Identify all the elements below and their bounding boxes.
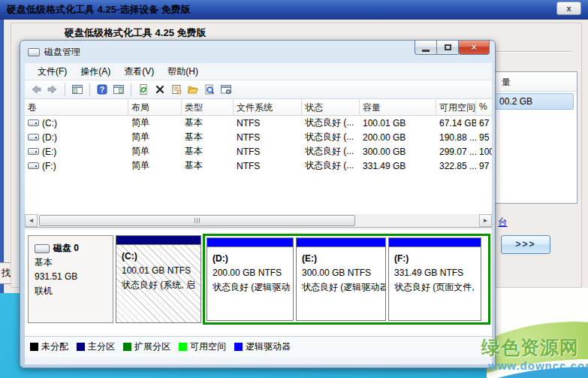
legend-item: 可用空间 [179, 340, 226, 353]
column-header-7[interactable]: % [476, 99, 492, 116]
help-topics-icon[interactable] [219, 83, 233, 96]
volume-cell: 基本 [182, 116, 234, 130]
toolbar-separator [131, 83, 131, 96]
partition-topbar [389, 238, 481, 247]
back-icon[interactable] [29, 83, 43, 96]
disk-name: 磁盘 0 [53, 241, 79, 256]
disk-icon [35, 244, 50, 253]
forward-icon[interactable] [46, 83, 59, 96]
partition-size: 331.49 GB NTFS [394, 266, 481, 280]
volume-cell: 状态良好 (... [302, 144, 360, 159]
column-header-2[interactable]: 类型 [182, 99, 234, 116]
volume-icon [28, 134, 39, 141]
console-tree-icon[interactable] [71, 83, 84, 96]
disk-window-title: 磁盘管理 [44, 46, 80, 59]
legend-label: 逻辑驱动器 [246, 340, 291, 353]
volume-cell: 100 [476, 144, 492, 159]
volume-cell: 简单 [128, 159, 182, 173]
partition-name: (C:) [122, 249, 201, 264]
partition-topbar [297, 238, 385, 247]
disk-management-icon [28, 48, 40, 56]
open-folder-icon[interactable] [186, 83, 200, 96]
minimize-button[interactable] [415, 41, 436, 55]
volume-cell: 67 [476, 116, 492, 130]
volume-cell: 状态良好 (... [302, 130, 360, 144]
toolbar-separator [89, 83, 90, 96]
volume-row[interactable]: (F:)简单基本NTFS状态良好 (...331.49 GB322.85 ...… [25, 159, 492, 173]
volume-icon [28, 162, 39, 169]
scroll-right-arrow[interactable]: ► [479, 214, 492, 227]
continue-button[interactable]: >>> [501, 235, 550, 254]
scroll-left-arrow[interactable]: ◄ [25, 214, 38, 227]
volume-row[interactable]: (D:)简单基本NTFS状态良好 (...200.00 GB190.88 ...… [25, 130, 492, 144]
partition-size: 100.01 GB NTFS [122, 264, 201, 278]
disk-management-window: 磁盘管理 ✕ 文件(F)操作(A)查看(V)帮助(H) ? [20, 40, 496, 368]
svg-text:?: ? [100, 86, 104, 94]
column-header-0[interactable]: 卷 [25, 99, 128, 116]
volume-row[interactable]: (E:)简单基本NTFS状态良好 (...300.00 GB299.07 ...… [25, 144, 492, 159]
volume-cell: NTFS [234, 130, 302, 144]
volume-cell: 简单 [128, 130, 182, 144]
partition-c-block[interactable]: (C:) 100.01 GB NTFS 状态良好 (系统, 启 [116, 235, 201, 323]
column-header-4[interactable]: 状态 [302, 99, 360, 116]
help-icon[interactable]: ? [95, 83, 109, 96]
menu-item-0[interactable]: 文件(F) [31, 63, 74, 80]
partition-size: 300.00 GB NTFS [302, 266, 385, 280]
disk0-info-panel[interactable]: 磁盘 0 基本 931.51 GB 联机 [28, 235, 113, 323]
minimize-icon [422, 50, 430, 52]
volume-cell: NTFS [234, 116, 302, 130]
volume-cell: 状态良好 (... [302, 116, 360, 130]
disk-window-titlebar[interactable]: 磁盘管理 ✕ [20, 41, 495, 63]
toolbar: ? [25, 80, 492, 99]
outer-close-button[interactable]: x [556, 2, 581, 15]
menu-item-3[interactable]: 帮助(H) [161, 63, 205, 80]
tool-window-heading: 硬盘低级格式化工具 4.25 免费版 [65, 26, 207, 40]
volume-cell: 67.14 GB [436, 116, 476, 130]
menu-item-2[interactable]: 查看(V) [117, 63, 161, 80]
partial-link[interactable]: 台 [498, 216, 508, 229]
legend-item: 逻辑驱动器 [234, 340, 291, 353]
properties-icon[interactable] [170, 83, 183, 96]
find-icon[interactable] [203, 83, 216, 96]
partition-c-topbar [116, 236, 201, 245]
partition-block-f[interactable]: (F:)331.49 GB NTFS状态良好 (页面文件, [388, 237, 481, 321]
volume-name-cell: (E:) [25, 144, 128, 159]
maximize-button[interactable] [436, 41, 458, 55]
volume-name-cell: (D:) [25, 130, 128, 144]
close-button[interactable]: ✕ [458, 41, 490, 55]
volume-name-cell: (C:) [25, 116, 128, 130]
watermark-site-name: 绿色资源网 [481, 335, 579, 360]
column-header-1[interactable]: 布局 [128, 99, 182, 116]
volume-cell: 100.01 GB [360, 116, 436, 130]
volume-row[interactable]: (C:)简单基本NTFS状态良好 (...100.01 GB67.14 GB67 [25, 116, 492, 130]
volume-icon [28, 148, 39, 155]
scrollbar-thumb[interactable] [39, 215, 355, 226]
volume-cell: 基本 [182, 130, 234, 144]
partition-status: 状态良好 (页面文件, [394, 280, 481, 295]
menu-bar: 文件(F)操作(A)查看(V)帮助(H) [25, 63, 492, 80]
column-header-6[interactable]: 可用空间 [436, 99, 476, 116]
extended-partition-container: (D:)200.00 GB NTFS状态良好 (逻辑驱动(E:)300.00 G… [203, 234, 490, 325]
volume-list-header: 卷布局类型文件系统状态容量可用空间% [25, 99, 492, 116]
partition-name: (D:) [213, 252, 293, 266]
partition-name: (E:) [302, 252, 385, 266]
action-pane-icon[interactable] [112, 83, 125, 96]
refresh-icon[interactable] [137, 83, 150, 96]
partition-block-e[interactable]: (E:)300.00 GB NTFS状态良好 (逻辑驱动器 [296, 237, 386, 321]
partition-block-d[interactable]: (D:)200.00 GB NTFS状态良好 (逻辑驱动 [207, 237, 294, 321]
disk-size: 931.51 GB [35, 270, 113, 284]
partition-name: (F:) [394, 252, 481, 266]
legend-label: 未分配 [41, 340, 68, 353]
delete-icon[interactable] [153, 83, 167, 96]
column-header-5[interactable]: 容量 [360, 99, 436, 116]
watermark-site-url: www.downcc.com [488, 359, 588, 372]
legend-bar: 未分配主分区扩展分区可用空间逻辑驱动器 [25, 336, 492, 357]
legend-label: 主分区 [88, 340, 115, 353]
horizontal-scrollbar[interactable]: ◄ ► [25, 214, 492, 227]
content-filler [25, 357, 492, 364]
disk-graph-pane: 磁盘 0 基本 931.51 GB 联机 (C:) 100.01 GB NTFS… [25, 231, 492, 336]
column-header-3[interactable]: 文件系统 [234, 99, 302, 116]
outer-window-titlebar: 硬盘低级格式化工具 4.25-选择设备 免费版 [0, 0, 588, 20]
legend-label: 扩展分区 [134, 340, 170, 353]
menu-item-1[interactable]: 操作(A) [74, 63, 117, 80]
